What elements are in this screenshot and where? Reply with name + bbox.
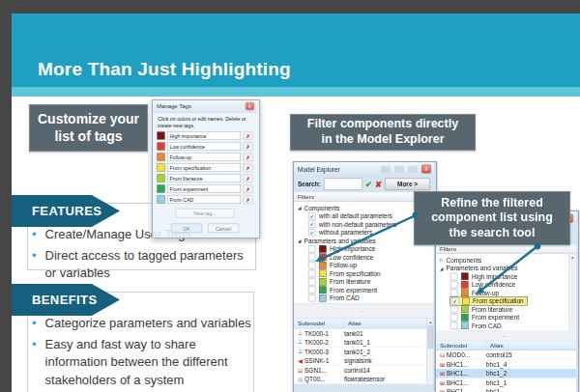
delete-tag-button[interactable]: ✗	[244, 142, 253, 151]
search-clear-icon[interactable]: ✘	[375, 179, 382, 189]
tree-node-label: Components	[447, 257, 482, 265]
callout-text: Customize your	[30, 111, 147, 128]
bullet-icon: •	[32, 336, 37, 389]
checkbox-unchecked[interactable]	[308, 254, 316, 262]
tag-filter-row[interactable]: Follow-up	[294, 262, 434, 270]
tag-color-swatch[interactable]	[158, 164, 165, 172]
table-row[interactable]: ◀ SSINK-1 signalsink	[294, 356, 434, 366]
search-input[interactable]	[324, 179, 362, 190]
tree-node-components[interactable]: ▷ Components	[436, 256, 576, 265]
checkbox-unchecked[interactable]	[450, 290, 458, 297]
delete-tag-button[interactable]: ✗	[244, 153, 253, 161]
checkbox-unchecked[interactable]	[308, 270, 316, 278]
delete-tag-button[interactable]: ✗	[244, 184, 253, 193]
search-apply-icon[interactable]: ✔	[365, 179, 372, 189]
tag-filter-row[interactable]: Follow-up	[436, 289, 576, 297]
table-row[interactable]: ⊟ SGN1... control14	[294, 366, 434, 376]
delete-tag-button[interactable]: ✗	[244, 163, 253, 172]
cancel-button[interactable]: Cancel	[208, 224, 239, 234]
tag-filter-row[interactable]: From specification	[294, 269, 434, 278]
checkbox-unchecked[interactable]	[308, 287, 316, 294]
tag-filter-row-highlighted[interactable]: ✓ From specification	[436, 297, 576, 306]
tag-name-field[interactable]: High importance	[167, 131, 241, 140]
more-button[interactable]: More >	[385, 178, 430, 190]
tag-filter-row[interactable]: High importance	[436, 272, 576, 281]
delete-tag-button[interactable]: ✗	[244, 131, 253, 140]
tag-filter-row[interactable]: Low confidence	[436, 281, 576, 290]
scrollbar-thumb[interactable]	[428, 325, 434, 349]
column-header-submodel[interactable]: Submodel	[436, 341, 486, 350]
column-header-submodel[interactable]: Submodel	[294, 319, 344, 328]
delete-tag-button[interactable]: ✗	[244, 195, 253, 204]
table-row-selected[interactable]: ⊠ BHC1... bhc1_2	[436, 369, 576, 378]
close-icon[interactable]: ✗	[421, 165, 431, 174]
table-row[interactable]: ⊟ MOD0... control15	[436, 350, 576, 360]
table-row[interactable]: ┴ TK000-3 tank01_2	[294, 348, 434, 357]
tag-color-swatch[interactable]	[158, 196, 165, 204]
column-header-alias[interactable]: Alias	[486, 342, 504, 349]
alias-cell: tank01	[344, 330, 363, 338]
tag-name-field[interactable]: From CAD	[167, 195, 241, 204]
tag-filter-row[interactable]: From experiment	[436, 314, 576, 322]
checkbox-checked[interactable]: ✓	[308, 221, 316, 229]
checkbox-unchecked[interactable]	[450, 273, 458, 281]
tag-color-swatch[interactable]	[158, 132, 165, 140]
tag-name-field[interactable]: Follow-up	[167, 153, 241, 161]
checkbox-unchecked[interactable]	[308, 262, 316, 269]
table-row[interactable]: ┴ TK000-1 tank01	[294, 329, 434, 339]
checkbox-unchecked[interactable]	[308, 245, 316, 253]
checkbox-unchecked[interactable]	[450, 306, 458, 314]
checkbox-checked[interactable]: ✓	[308, 212, 316, 220]
checkbox-unchecked[interactable]	[450, 322, 458, 330]
tag-filter-row[interactable]: From literature	[294, 278, 434, 287]
scroll-up-icon[interactable]: ▲	[427, 319, 435, 324]
splitter-handle[interactable]: ⋯	[294, 303, 434, 319]
table-header[interactable]: Submodel Alias	[436, 341, 576, 351]
vertical-scrollbar[interactable]: ▲	[426, 319, 434, 384]
close-icon[interactable]: ✗	[246, 102, 254, 110]
tag-color-swatch[interactable]	[158, 154, 165, 161]
tag-name-field[interactable]: From experiment	[167, 184, 241, 193]
signal-generator-icon: ⊟	[296, 367, 304, 374]
dialog-title-bar[interactable]: Manage Tags ✗	[153, 100, 257, 113]
tag-color-swatch[interactable]	[158, 143, 165, 151]
splitter-handle[interactable]: ⋯	[436, 331, 576, 341]
panel-title-bar[interactable]: Model Explorer ✗	[294, 162, 434, 176]
table-row[interactable]: ⊠ BHC1... bhc1_1	[436, 378, 576, 388]
column-header-alias[interactable]: Alias	[344, 321, 362, 327]
callout-text: the search tool	[415, 226, 569, 241]
tag-name-field[interactable]: Low confidence	[167, 142, 241, 151]
tag-filter-row[interactable]: From CAD	[294, 294, 434, 303]
ok-button[interactable]: OK	[171, 224, 202, 234]
table-header[interactable]: Submodel Alias	[294, 319, 434, 329]
table-row[interactable]: ⊠ BHC1... bhc1	[436, 387, 576, 392]
tag-filter-label: From specification	[330, 270, 381, 278]
checkbox-unchecked[interactable]	[450, 281, 458, 289]
table-row[interactable]: ⊠ BHC1... bhc1_4	[436, 360, 576, 370]
tree-node-parameters[interactable]: ◢ Parameters and variables	[436, 265, 576, 273]
tag-filter-label: From experiment	[472, 314, 519, 322]
tag-filter-row[interactable]: From CAD	[436, 322, 576, 330]
tag-filter-row[interactable]: High importance	[294, 245, 434, 254]
checkbox-unchecked[interactable]	[308, 294, 316, 302]
tank-icon: ┴	[296, 339, 304, 346]
table-row[interactable]: ◎ QT00... flowratesensor	[294, 375, 434, 384]
tag-name-field[interactable]: From literature	[167, 174, 241, 182]
tag-filter-row[interactable]: From experiment	[294, 286, 434, 294]
new-tag-button[interactable]: New tag...	[176, 209, 235, 218]
vertical-scrollbar[interactable]: ▲	[568, 254, 576, 331]
checkbox-unchecked[interactable]	[308, 278, 316, 286]
tag-color-swatch[interactable]	[158, 185, 165, 193]
delete-tag-button[interactable]: ✗	[244, 174, 253, 182]
table-row[interactable]: ┴ TK000-2 tank01_1	[294, 338, 434, 348]
tag-name-field[interactable]: From specification	[167, 163, 241, 172]
tree-node-label: Parameters and variables	[447, 265, 518, 272]
tag-color-swatch[interactable]	[158, 175, 165, 182]
tag-filter-row[interactable]: From literature	[436, 305, 576, 314]
tag-filter-row[interactable]: Low confidence	[294, 253, 434, 262]
checkbox-checked[interactable]: ✓	[451, 297, 459, 305]
checkbox-checked[interactable]: ✓	[308, 229, 316, 237]
scroll-up-icon[interactable]: ▲	[569, 254, 577, 260]
checkbox-unchecked[interactable]	[450, 314, 458, 322]
page-title: More Than Just Highlighting	[38, 59, 291, 80]
